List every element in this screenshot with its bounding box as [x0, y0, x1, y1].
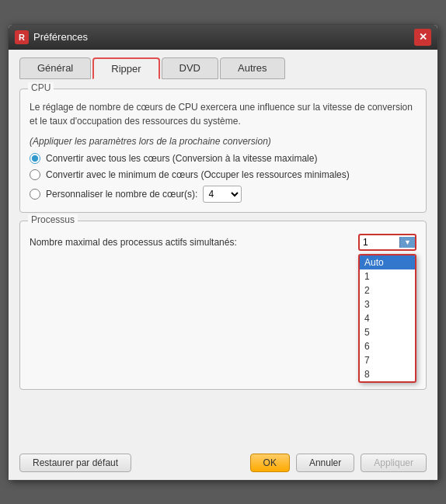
dropdown-item-7[interactable]: 7 — [360, 353, 415, 367]
process-row: Nombre maximal des processus actifs simu… — [30, 234, 416, 251]
dropdown-item-3[interactable]: 3 — [360, 297, 415, 311]
close-button[interactable]: ✕ — [414, 29, 431, 46]
apply-note: (Appliquer les paramètres lors de la pro… — [30, 136, 416, 147]
dropdown-item-4[interactable]: 4 — [360, 311, 415, 325]
title-bar-left: R Préférences — [15, 30, 88, 44]
dropdown-item-5[interactable]: 5 — [360, 325, 415, 339]
radio-all-cores-input[interactable] — [30, 153, 40, 164]
app-icon: R — [15, 30, 29, 44]
process-section-title: Processus — [28, 214, 78, 225]
cores-select[interactable]: 4 1 2 3 5 6 7 8 — [203, 186, 242, 203]
title-bar: R Préférences ✕ — [9, 25, 437, 50]
dropdown-item-2[interactable]: 2 — [360, 283, 415, 297]
tab-bar: Général Ripper DVD Autres — [19, 57, 427, 79]
cpu-radio-group: Convertir avec tous les cœurs (Conversio… — [30, 153, 416, 203]
window-title: Préférences — [33, 31, 88, 43]
cpu-section-title: CPU — [28, 82, 54, 93]
dropdown-item-1[interactable]: 1 — [360, 269, 415, 283]
dropdown-item-6[interactable]: 6 — [360, 339, 415, 353]
tab-ripper[interactable]: Ripper — [92, 57, 159, 79]
radio-custom-cores[interactable]: Personnaliser le nombre de cœur(s): 4 1 … — [30, 186, 416, 203]
footer: Restaurer par défaut OK Annuler Applique… — [9, 447, 437, 480]
cpu-description: Le réglage de nombre de cœurs de CPU exe… — [30, 100, 416, 128]
preferences-window: R Préférences ✕ Général Ripper DVD Autre… — [8, 24, 438, 481]
radio-custom-cores-label: Personnaliser le nombre de cœur(s): — [46, 189, 197, 200]
tab-general[interactable]: Général — [19, 57, 91, 79]
spacer — [19, 398, 427, 436]
window-content: Général Ripper DVD Autres CPU Le réglage… — [9, 50, 437, 447]
radio-custom-cores-input[interactable] — [30, 189, 40, 200]
process-label: Nombre maximal des processus actifs simu… — [30, 237, 237, 248]
dropdown-open-area: Auto 1 2 3 4 5 6 7 8 — [30, 252, 416, 383]
tab-dvd[interactable]: DVD — [162, 57, 218, 79]
dropdown-item-auto[interactable]: Auto — [360, 255, 415, 269]
radio-all-cores-label: Convertir avec tous les cœurs (Conversio… — [46, 153, 317, 164]
tab-autres[interactable]: Autres — [220, 57, 285, 79]
radio-min-cores-input[interactable] — [30, 169, 40, 180]
ok-button[interactable]: OK — [250, 454, 290, 472]
process-section: Processus Nombre maximal des processus a… — [19, 221, 427, 390]
cancel-button[interactable]: Annuler — [296, 454, 354, 472]
restore-defaults-button[interactable]: Restaurer par défaut — [19, 454, 131, 472]
process-current-value: 1 — [360, 235, 399, 249]
process-dropdown-container: 1 ▼ — [358, 234, 416, 251]
apply-button[interactable]: Appliquer — [361, 454, 427, 472]
process-dropdown-arrow[interactable]: ▼ — [399, 237, 415, 248]
radio-min-cores[interactable]: Convertir avec le minimum de cœurs (Occu… — [30, 169, 416, 180]
cpu-section: CPU Le réglage de nombre de cœurs de CPU… — [19, 89, 427, 213]
dropdown-item-8[interactable]: 8 — [360, 367, 415, 381]
process-dropdown-list: Auto 1 2 3 4 5 6 7 8 — [358, 254, 416, 383]
radio-all-cores[interactable]: Convertir avec tous les cœurs (Conversio… — [30, 153, 416, 164]
radio-min-cores-label: Convertir avec le minimum de cœurs (Occu… — [46, 169, 350, 180]
